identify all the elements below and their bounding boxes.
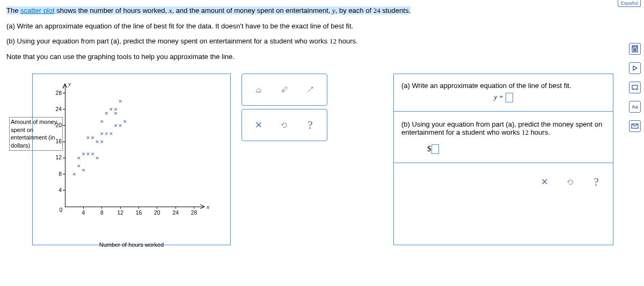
clear-answer-button[interactable]: ×	[538, 175, 552, 189]
origin-label: 0	[60, 207, 63, 213]
intro-mid2: , and the amount of money spent on enter…	[172, 6, 332, 14]
svg-text:28: 28	[55, 90, 62, 96]
line-tool[interactable]	[303, 83, 317, 97]
edit-tools: × ?	[241, 109, 327, 141]
svg-rect-82	[633, 47, 637, 48]
question-text-block: The scatter plot shows the number of hou…	[6, 4, 613, 64]
svg-text:16: 16	[55, 138, 62, 144]
svg-text:12: 12	[117, 209, 123, 215]
eraser-tool[interactable]	[252, 83, 266, 97]
scatter-plot[interactable]: Amount of money spent on entertainment (…	[32, 74, 231, 245]
svg-line-80	[308, 87, 313, 92]
dollar-sign: $	[427, 144, 431, 153]
svg-line-79	[283, 90, 284, 91]
svg-text:8: 8	[58, 171, 62, 177]
answer-tools: × ?	[401, 172, 605, 189]
play-icon[interactable]	[629, 62, 641, 74]
clear-button[interactable]: ×	[252, 118, 266, 132]
plot-svg: y x 0 481216202428 481216202428	[47, 79, 225, 223]
scatter-plot-link[interactable]: scatter plot	[20, 6, 55, 14]
part-b-pre: (b) Using your equation from part (a), p…	[6, 37, 330, 45]
separator2	[394, 163, 613, 163]
svg-text:16: 16	[136, 209, 142, 215]
x-axis-name: x	[206, 203, 209, 210]
var-x: x	[169, 6, 172, 14]
svg-point-83	[633, 49, 634, 49]
mail-icon[interactable]	[629, 120, 641, 132]
svg-rect-90	[632, 85, 638, 89]
var-y: y	[332, 6, 335, 14]
eqn-left: y =	[494, 93, 503, 101]
pen-tool[interactable]	[277, 83, 291, 97]
svg-text:8: 8	[100, 209, 104, 215]
undo-answer-button[interactable]	[564, 175, 577, 189]
answer-panel: (a) Write an approximate equation of the…	[393, 74, 613, 245]
svg-text:20: 20	[154, 209, 160, 215]
svg-text:4: 4	[58, 187, 62, 193]
answer-a-label: (a) Write an approximate equation of the…	[401, 82, 605, 90]
calculator-icon[interactable]	[629, 43, 641, 55]
svg-point-87	[634, 50, 635, 51]
help-answer-button[interactable]: ?	[589, 175, 603, 189]
answer-b-post: hours.	[529, 128, 550, 136]
intro-end: students.	[380, 6, 411, 14]
intro-mid1: shows the number of hours worked,	[55, 6, 169, 14]
svg-text:4: 4	[82, 209, 85, 215]
student-count: 24	[374, 6, 380, 14]
y-axis-name: y	[68, 80, 71, 87]
intro-mid3: , by each of	[335, 6, 374, 14]
svg-text:28: 28	[191, 209, 197, 215]
svg-marker-89	[633, 66, 637, 70]
answer-b-hours: 12	[522, 128, 529, 136]
svg-point-84	[634, 49, 635, 49]
svg-text:24: 24	[172, 209, 179, 215]
side-rail: Aa	[629, 43, 641, 132]
drawing-tools	[241, 74, 327, 106]
part-a-text: (a) Write an approximate equation of the…	[6, 20, 613, 33]
separator	[394, 111, 613, 112]
svg-text:20: 20	[55, 122, 62, 128]
text-size-icon[interactable]: Aa	[629, 101, 641, 113]
equation-input[interactable]	[506, 93, 513, 102]
language-toggle[interactable]: Español	[618, 0, 641, 7]
intro-pre: The	[6, 6, 20, 14]
answer-b-pre: (b) Using your equation from part (a), p…	[401, 120, 602, 136]
part-b-post: hours.	[336, 37, 358, 45]
svg-point-85	[635, 49, 636, 49]
help-button[interactable]: ?	[303, 118, 317, 132]
part-b-hours: 12	[330, 37, 336, 45]
dollar-input[interactable]	[431, 144, 439, 154]
svg-point-86	[633, 50, 634, 51]
undo-button[interactable]	[277, 118, 291, 132]
x-axis-label: Number of hours worked	[33, 241, 230, 248]
svg-point-88	[635, 50, 636, 51]
svg-text:12: 12	[55, 155, 62, 160]
note-text: Note that you can use the graphing tools…	[6, 50, 613, 64]
svg-text:24: 24	[55, 106, 62, 112]
present-icon[interactable]	[629, 82, 641, 93]
